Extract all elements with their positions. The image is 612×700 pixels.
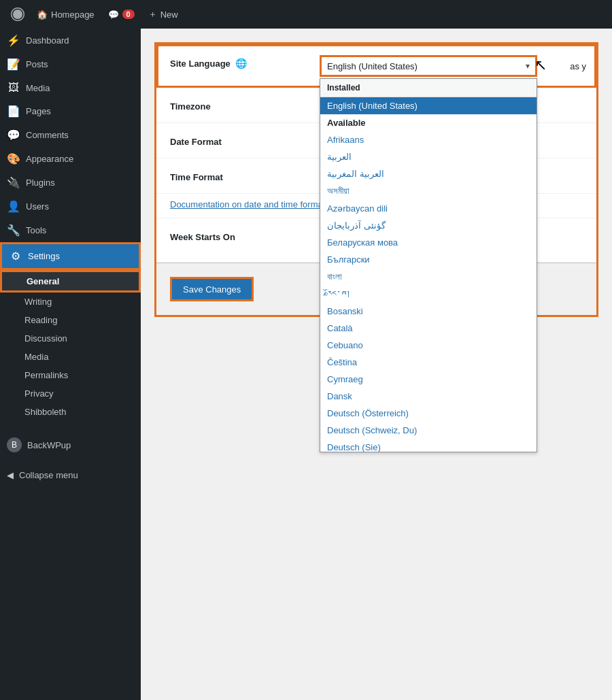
dropdown-option-af[interactable]: Afrikaans — [320, 131, 537, 148]
time-format-label: Time Format — [170, 169, 320, 182]
language-select-wrapper: English (United States) ▾ Installed Engl… — [320, 55, 537, 77]
timezone-label: Timezone — [170, 99, 320, 112]
sidebar-label-dashboard: Dashboard — [26, 35, 69, 46]
overflow-text: as y — [570, 61, 586, 71]
submenu-label-privacy: Privacy — [24, 388, 54, 399]
settings-submenu: General Writing Reading Discussion Media… — [0, 270, 141, 421]
dropdown-arrow-icon: ▾ — [526, 61, 530, 71]
pages-icon: 📄 — [7, 105, 20, 118]
doc-link[interactable]: Documentation on date and time formattin… — [170, 199, 342, 210]
dropdown-option-de-sie[interactable]: Deutsch (Sie) — [320, 439, 537, 452]
submenu-item-media[interactable]: Media — [0, 348, 141, 366]
site-language-label: Site Language 🌐 — [170, 55, 320, 69]
sidebar-item-tools[interactable]: 🔧 Tools — [0, 218, 141, 242]
language-icon: 🌐 — [235, 58, 247, 69]
save-changes-button[interactable]: Save Changes — [170, 277, 254, 301]
comments-sidebar-icon: 💬 — [7, 129, 20, 141]
sidebar-item-plugins[interactable]: 🔌 Plugins — [0, 171, 141, 195]
tools-icon: 🔧 — [7, 224, 20, 237]
sidebar-label-users: Users — [26, 201, 49, 212]
plus-icon: ＋ — [148, 8, 157, 20]
sidebar-item-posts[interactable]: 📝 Posts — [0, 52, 141, 76]
sidebar-item-appearance[interactable]: 🎨 Appearance — [0, 147, 141, 171]
sidebar-label-appearance: Appearance — [26, 154, 73, 164]
sidebar-item-comments[interactable]: 💬 Comments — [0, 123, 141, 147]
settings-arrow — [133, 251, 139, 262]
dropdown-option-as[interactable]: অসমীয়া — [320, 182, 537, 200]
posts-icon: 📝 — [7, 58, 20, 71]
content-area: Site Language 🌐 English (United States) … — [141, 29, 612, 700]
language-dropdown-trigger[interactable]: English (United States) ▾ — [320, 55, 537, 77]
submenu-item-general[interactable]: General — [0, 270, 141, 293]
dropdown-option-ceb[interactable]: Cebuano — [320, 337, 537, 354]
submenu-label-permalinks: Permalinks — [24, 370, 68, 380]
submenu-label-writing: Writing — [24, 297, 52, 307]
collapse-label: Collapse menu — [19, 470, 78, 480]
sidebar-item-dashboard[interactable]: ⚡ Dashboard — [0, 29, 141, 52]
dropdown-option-de-ch[interactable]: Deutsch (Schweiz, Du) — [320, 422, 537, 439]
plugins-icon: 🔌 — [7, 176, 20, 189]
sidebar-label-pages: Pages — [26, 106, 51, 116]
collapse-menu-button[interactable]: ◀ Collapse menu — [0, 463, 141, 487]
dashboard-icon: ⚡ — [7, 34, 20, 47]
homepage-label: Homepage — [51, 10, 95, 20]
dropdown-option-bn[interactable]: বাংলা — [320, 268, 537, 286]
sidebar-label-tools: Tools — [26, 225, 46, 235]
submenu-item-privacy[interactable]: Privacy — [0, 384, 141, 403]
sidebar-item-pages[interactable]: 📄 Pages — [0, 99, 141, 123]
language-dropdown-list: Installed English (United States) Availa… — [320, 78, 537, 452]
submenu-label-shibboleth: Shibboleth — [24, 407, 66, 417]
submenu-item-shibboleth[interactable]: Shibboleth — [0, 403, 141, 421]
dropdown-option-de-at[interactable]: Deutsch (Österreich) — [320, 405, 537, 422]
dropdown-option-bg[interactable]: Български — [320, 251, 537, 268]
selected-language-text: English (United States) — [327, 61, 418, 71]
sidebar-item-media[interactable]: 🖼 Media — [0, 76, 141, 99]
available-group-label: Available — [320, 114, 537, 131]
sidebar-label-posts: Posts — [26, 59, 48, 69]
sidebar-item-users[interactable]: 👤 Users — [0, 195, 141, 218]
dropdown-option-bs[interactable]: Bosanski — [320, 303, 537, 320]
submenu-label-discussion: Discussion — [24, 333, 67, 344]
dropdown-option-bo[interactable]: རྫོང་ཁ། — [320, 286, 537, 303]
dropdown-option-ar-ma[interactable]: العربية المغربية — [320, 165, 537, 182]
submenu-item-permalinks[interactable]: Permalinks — [0, 366, 141, 384]
dropdown-option-be[interactable]: Беларуская мова — [320, 234, 537, 251]
submenu-label-reading: Reading — [24, 315, 57, 325]
dropdown-option-cs[interactable]: Čeština — [320, 354, 537, 371]
users-icon: 👤 — [7, 200, 20, 213]
homepage-link[interactable]: 🏠 Homepage — [30, 0, 101, 29]
sidebar-label-settings: Settings — [28, 251, 60, 261]
media-icon: 🖼 — [7, 82, 20, 94]
installed-group-label: Installed — [320, 79, 537, 97]
sidebar-label-comments: Comments — [26, 130, 69, 140]
collapse-icon: ◀ — [7, 470, 14, 480]
dropdown-option-az[interactable]: Azərbaycan dili — [320, 200, 537, 217]
dropdown-option-cy[interactable]: Cymraeg — [320, 371, 537, 388]
wp-logo[interactable] — [5, 0, 30, 29]
sidebar-label-media: Media — [26, 83, 50, 93]
settings-icon: ⚙ — [9, 250, 22, 263]
sidebar-item-backwpup[interactable]: B BackWPup — [0, 432, 141, 458]
submenu-item-reading[interactable]: Reading — [0, 311, 141, 329]
comments-link[interactable]: 💬 0 — [101, 0, 141, 29]
date-format-label: Date Format — [170, 134, 320, 147]
submenu-label-general: General — [27, 276, 59, 286]
dropdown-option-ar[interactable]: العربية — [320, 148, 537, 165]
sidebar-item-settings[interactable]: ⚙ Settings — [0, 242, 141, 270]
dropdown-option-da[interactable]: Dansk — [320, 388, 537, 405]
comment-icon: 💬 — [108, 10, 119, 20]
submenu-item-discussion[interactable]: Discussion — [0, 329, 141, 348]
submenu-label-media: Media — [24, 352, 48, 362]
new-content-link[interactable]: ＋ New — [141, 0, 185, 29]
home-icon: 🏠 — [37, 10, 48, 20]
admin-bar: 🏠 Homepage 💬 0 ＋ New — [0, 0, 612, 29]
comments-count: 0 — [122, 10, 135, 19]
site-language-row: Site Language 🌐 English (United States) … — [156, 44, 596, 88]
sidebar-label-backwpup: BackWPup — [27, 440, 71, 450]
dropdown-option-ca[interactable]: Català — [320, 320, 537, 337]
submenu-item-writing[interactable]: Writing — [0, 293, 141, 311]
language-select-control: English (United States) ▾ Installed Engl… — [320, 55, 583, 77]
dropdown-option-en-us[interactable]: English (United States) — [320, 97, 537, 114]
dropdown-option-az-tr[interactable]: گؤنئی آذربایجان — [320, 217, 537, 234]
appearance-icon: 🎨 — [7, 152, 20, 165]
